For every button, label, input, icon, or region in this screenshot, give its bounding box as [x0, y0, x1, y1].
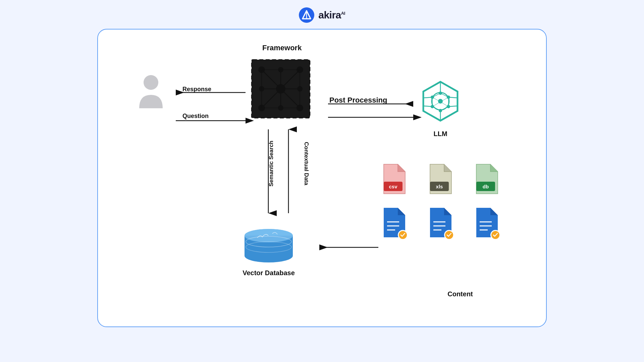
svg-line-61	[440, 107, 448, 111]
content-label: Content	[427, 290, 494, 298]
llm-container: LLM	[417, 79, 464, 138]
checkmark-badge-1	[398, 230, 408, 240]
svg-point-43	[144, 75, 158, 90]
response-label: Response	[182, 86, 211, 93]
vector-database-container: Vector Database	[239, 228, 299, 277]
main-diagram-card: Framework	[97, 29, 547, 327]
akira-logo-icon	[299, 7, 314, 23]
checkmark-badge-2	[444, 230, 454, 240]
semantic-search-label: Semantic Search	[268, 140, 275, 186]
svg-text:csv: csv	[389, 184, 397, 189]
post-processing-label: Post Processing	[329, 96, 387, 105]
svg-text:xls: xls	[436, 184, 443, 189]
vector-db-label: Vector Database	[239, 269, 299, 277]
svg-point-70	[245, 229, 293, 242]
checkmark-badge-3	[490, 230, 500, 240]
user-figure	[138, 73, 164, 111]
files-row: csv xls db	[380, 163, 499, 195]
svg-line-60	[432, 107, 440, 111]
svg-text:db: db	[483, 184, 489, 189]
content-row	[380, 206, 499, 239]
header: akiraAI	[299, 0, 345, 29]
content-doc-1	[380, 206, 407, 239]
content-doc-3	[472, 206, 499, 239]
content-doc-2	[426, 206, 453, 239]
contextual-data-label: Contextual Data	[303, 142, 310, 185]
svg-point-66	[438, 99, 443, 104]
framework-label: Framework	[262, 44, 302, 52]
question-label: Question	[182, 113, 209, 120]
csv-file-icon: csv	[380, 163, 407, 195]
logo-text: akiraAI	[318, 9, 345, 21]
framework-icon	[249, 57, 313, 121]
svg-point-69	[245, 249, 293, 262]
llm-label: LLM	[417, 130, 464, 138]
xls-file-icon: xls	[426, 163, 453, 195]
db-file-icon: db	[472, 163, 499, 195]
